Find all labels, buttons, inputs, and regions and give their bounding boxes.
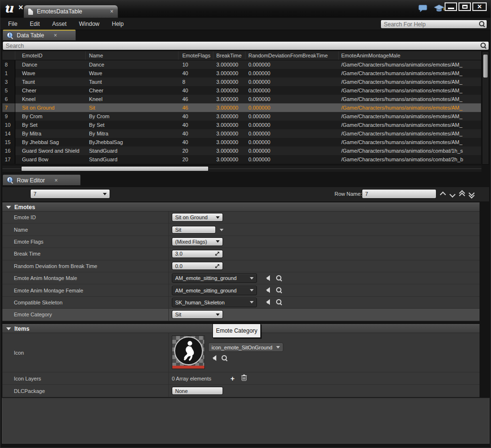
emote-anim-montage-male-combobox[interactable]: AM_emote_sitting_ground <box>172 273 257 283</box>
cell-emote_id: By Crom <box>15 112 86 121</box>
cell-num: 14 <box>2 129 15 138</box>
use-selected-asset-icon[interactable] <box>263 287 270 293</box>
row-editor-tab-close-icon[interactable]: × <box>55 177 58 184</box>
random-deviation-from-break-time-spinbox[interactable]: 0.0 <box>172 262 223 270</box>
table-row[interactable]: 9By CromBy Crom403.0000000.000000/Game/C… <box>2 112 481 121</box>
use-selected-asset-icon[interactable] <box>263 299 270 305</box>
column-header-randomdeviationfrombreaktime[interactable]: RandomDeviationFromBreakTime <box>246 51 339 60</box>
property-label: Icon Layers <box>2 376 168 381</box>
property-label: Emote Flags <box>2 239 168 245</box>
table-horizontal-scrollbar[interactable] <box>2 166 481 172</box>
emote-id-combobox[interactable]: Sit on Ground <box>172 213 223 222</box>
cell-montage: /Game/Characters/humans/animations/emote… <box>339 138 481 146</box>
cell-random_dev: 0.000000 <box>246 121 339 129</box>
last-row-button[interactable] <box>469 191 474 198</box>
add-row-button[interactable]: + <box>5 3 10 11</box>
spinbox-drag-icon[interactable] <box>215 264 220 269</box>
column-header-breaktime[interactable]: BreakTime <box>213 51 246 60</box>
vertical-scroll-thumb[interactable] <box>483 55 488 78</box>
clear-array-icon[interactable] <box>241 374 247 383</box>
property-label: Emote Anim Montage Female <box>2 288 168 293</box>
close-button[interactable]: ✕ <box>472 2 487 11</box>
section-header-emotes[interactable]: Emotes <box>2 202 480 212</box>
cell-emote_id: Sit on Ground <box>15 103 86 112</box>
tutorials-graduation-cap-icon[interactable] <box>434 4 445 15</box>
table-header-row[interactable]: EmoteIDNameEmoteFlagsBreakTimeRandomDevi… <box>2 51 481 60</box>
table-row[interactable]: 16Guard Sword and ShieldStandGuard203.00… <box>2 146 481 155</box>
property-label: Compatible Skeleton <box>2 300 168 305</box>
table-row[interactable]: 3TauntTaunt83.0000000.000000/Game/Charac… <box>2 78 481 86</box>
table-row[interactable]: 15By Jhebbal SagByJhebbalSag403.0000000.… <box>2 138 481 146</box>
collapse-triangle-icon <box>6 327 11 330</box>
cell-num: 10 <box>2 121 15 129</box>
asset-tab-close-icon[interactable]: × <box>110 9 113 14</box>
cell-num: 16 <box>2 146 15 155</box>
browse-asset-icon[interactable] <box>276 299 282 305</box>
browse-asset-icon[interactable] <box>276 275 282 281</box>
name-dropdown-icon[interactable] <box>220 229 223 233</box>
column-header-rownum[interactable] <box>2 51 15 60</box>
cell-break_time: 3.000000 <box>213 155 246 164</box>
add-array-element-icon[interactable]: + <box>231 375 235 382</box>
emote-category-combobox[interactable]: Sit <box>172 310 223 319</box>
property-label: Icon <box>2 350 168 356</box>
table-row[interactable]: 17Guard BowStandGuard203.0000000.000000/… <box>2 155 481 164</box>
menu-item-edit[interactable]: Edit <box>23 21 46 27</box>
horizontal-scroll-thumb[interactable] <box>21 166 209 171</box>
dlcpackage-input[interactable]: None <box>172 387 223 395</box>
help-search-input[interactable] <box>380 20 487 29</box>
table-row[interactable]: 6KneelKneel463.0000000.000000/Game/Chara… <box>2 95 481 103</box>
data-table-tab-close-icon[interactable]: × <box>54 32 57 39</box>
emote-flags-combobox[interactable]: (Mixed Flags) <box>172 237 223 246</box>
break-time-spinbox[interactable]: 3.0 <box>172 250 223 258</box>
cell-name: By Crom <box>86 112 179 121</box>
menu-item-help[interactable]: Help <box>106 21 130 27</box>
cell-name: By Mitra <box>86 129 179 138</box>
table-vertical-scrollbar[interactable] <box>482 51 489 165</box>
first-row-button[interactable] <box>460 191 464 198</box>
menu-item-window[interactable]: Window <box>73 21 106 27</box>
row-name-input[interactable] <box>362 189 436 199</box>
table-search-input[interactable] <box>2 41 489 50</box>
icon-asset-combobox[interactable]: icon_emote_SitOnGround <box>208 343 283 352</box>
property-row-break-time: Break Time3.0 <box>2 248 480 260</box>
table-row[interactable]: 14By MitraBy Mitra403.0000000.000000/Gam… <box>2 129 481 138</box>
chevron-down-icon <box>216 314 220 318</box>
icon-asset-thumbnail[interactable] <box>172 336 205 369</box>
feedback-chat-icon[interactable] <box>418 4 428 15</box>
spinbox-drag-icon[interactable] <box>215 251 220 256</box>
column-header-name[interactable]: Name <box>86 51 179 60</box>
column-header-emoteanimmontagemale[interactable]: EmoteAnimMontageMale <box>339 51 481 60</box>
previous-row-button[interactable] <box>441 190 445 199</box>
next-row-button[interactable] <box>450 190 455 199</box>
field-value: (Mixed Flags) <box>175 239 207 245</box>
browse-asset-icon[interactable] <box>222 355 228 361</box>
cell-flags: 10 <box>179 60 213 69</box>
compatible-skeleton-combobox[interactable]: SK_human_Skeleton <box>172 298 257 307</box>
table-row[interactable]: 5CheerCheer403.0000000.000000/Game/Chara… <box>2 86 481 95</box>
minimize-button[interactable] <box>445 2 457 11</box>
use-selected-asset-icon[interactable] <box>263 275 270 281</box>
browse-asset-icon[interactable] <box>276 287 282 293</box>
table-row[interactable]: 8DanceDance103.0000000.000000/Game/Chara… <box>2 60 481 69</box>
column-header-emoteid[interactable]: EmoteID <box>15 51 86 60</box>
table-row[interactable]: 10By SetBy Set403.0000000.000000/Game/Ch… <box>2 121 481 129</box>
maximize-button[interactable] <box>458 2 471 11</box>
cell-num: 15 <box>2 138 15 146</box>
cell-random_dev: 0.000000 <box>246 103 339 112</box>
row-select-combobox[interactable]: 7 <box>30 189 110 199</box>
menu-item-file[interactable]: File <box>0 21 23 27</box>
menu-item-asset[interactable]: Asset <box>46 21 73 27</box>
asset-document-tab[interactable]: EmotesDataTable × <box>23 5 118 18</box>
tab-data-table[interactable]: i Data Table × <box>3 30 76 40</box>
property-row-icon: Icon icon_emote_SitOnGro <box>2 333 480 372</box>
cell-name: ByJhebbalSag <box>86 138 179 146</box>
tab-row-editor[interactable]: i Row Editor × <box>3 175 80 185</box>
delete-row-button[interactable]: ✕ <box>18 4 23 11</box>
name-input[interactable]: Sit <box>172 226 216 234</box>
emote-anim-montage-female-combobox[interactable]: AM_emote_sitting_ground <box>172 286 257 295</box>
column-header-emoteflags[interactable]: EmoteFlags <box>179 51 213 60</box>
table-row[interactable]: 1WaveWave403.0000000.000000/Game/Charact… <box>2 69 481 78</box>
table-row[interactable]: 7Sit on GroundSit463.0000000.000000/Game… <box>2 103 481 112</box>
use-selected-asset-icon[interactable] <box>210 355 217 361</box>
